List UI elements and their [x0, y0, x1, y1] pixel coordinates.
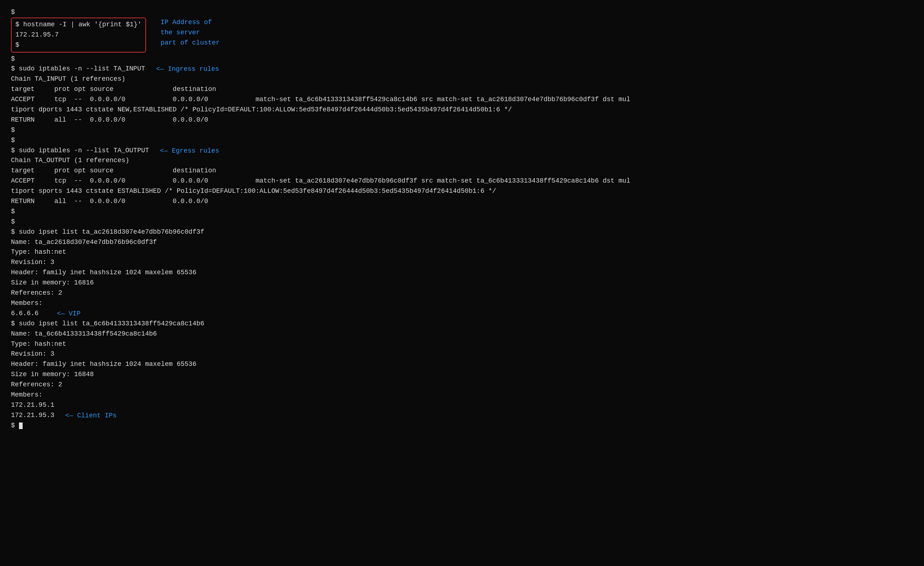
name-1: Name: ta_ac2618d307e4e7dbb76b96c0df3f — [11, 237, 913, 248]
ingress-cmd: $ sudo iptables -n --list TA_INPUT — [11, 64, 145, 74]
header-2: Header: family inet hashsize 1024 maxele… — [11, 359, 913, 370]
return-1: RETURN all -- 0.0.0.0/0 0.0.0.0/0 — [11, 115, 913, 125]
references-1: References: 2 — [11, 288, 913, 298]
terminal: $ $ hostname -I | awk '{print $1}' 172.2… — [11, 7, 913, 431]
final-prompt-text: $ — [11, 421, 19, 431]
client-ip-1: 172.21.95.1 — [11, 400, 913, 410]
final-prompt-line[interactable]: $ — [11, 421, 913, 431]
hostname-cmd: $ hostname -I | awk '{print $1}' — [15, 20, 142, 30]
ipset1-cmd: $ sudo ipset list ta_ac2618d307e4e7dbb76… — [11, 227, 913, 237]
table-header-2: target prot opt source destination — [11, 166, 913, 176]
type-1: Type: hash:net — [11, 247, 913, 258]
references-2: References: 2 — [11, 380, 913, 390]
type-2: Type: hash:net — [11, 339, 913, 349]
client-ips-annotation: <— Client IPs — [65, 412, 117, 419]
tiport-2: tiport sports 1443 ctstate ESTABLISHED /… — [11, 186, 913, 196]
ipset2-cmd: $ sudo ipset list ta_6c6b4133313438ff542… — [11, 319, 913, 329]
accept-1: ACCEPT tcp -- 0.0.0.0/0 0.0.0.0/0 match-… — [11, 94, 913, 105]
revision-1: Revision: 3 — [11, 258, 913, 268]
blank-prompt-5: $ — [11, 217, 913, 227]
blank-prompt-4: $ — [11, 207, 913, 217]
egress-annotation: <— Egress rules — [160, 147, 219, 154]
hostname-box: $ hostname -I | awk '{print $1}' 172.21.… — [11, 18, 146, 52]
client-ip-2: 172.21.95.3 — [11, 410, 54, 421]
name-2: Name: ta_6c6b4133313438ff5429ca8c14b6 — [11, 329, 913, 339]
members-1: Members: — [11, 298, 913, 308]
hostname-prompt2: $ — [15, 40, 142, 50]
hostname-output: 172.21.95.7 — [15, 30, 142, 40]
chain-output: Chain TA_OUTPUT (1 references) — [11, 156, 913, 166]
tiport-1: tiport dports 1443 ctstate NEW,ESTABLISH… — [11, 105, 913, 115]
blank-prompt-2: $ — [11, 125, 913, 135]
blank-prompt-3: $ — [11, 135, 913, 146]
return-2: RETURN all -- 0.0.0.0/0 0.0.0.0/0 — [11, 196, 913, 207]
header-1: Header: family inet hashsize 1024 maxele… — [11, 268, 913, 278]
initial-prompt: $ — [11, 7, 913, 18]
revision-2: Revision: 3 — [11, 349, 913, 359]
cursor — [19, 422, 22, 429]
size-2: Size in memory: 16848 — [11, 370, 913, 380]
ingress-annotation: <— Ingress rules — [156, 65, 219, 73]
accept-2: ACCEPT tcp -- 0.0.0.0/0 0.0.0.0/0 match-… — [11, 176, 913, 186]
hostname-annotation: IP Address of the server part of cluster — [161, 18, 220, 48]
egress-cmd: $ sudo iptables -n --list TA_OUTPUT — [11, 146, 149, 156]
vip-annotation: <— VIP — [57, 310, 81, 317]
chain-input: Chain TA_INPUT (1 references) — [11, 74, 913, 84]
members-2: Members: — [11, 390, 913, 400]
size-1: Size in memory: 16816 — [11, 278, 913, 288]
blank-prompt-1: $ — [11, 54, 913, 64]
vip-address: 6.6.6.6 — [11, 308, 39, 319]
table-header-1: target prot opt source destination — [11, 84, 913, 94]
